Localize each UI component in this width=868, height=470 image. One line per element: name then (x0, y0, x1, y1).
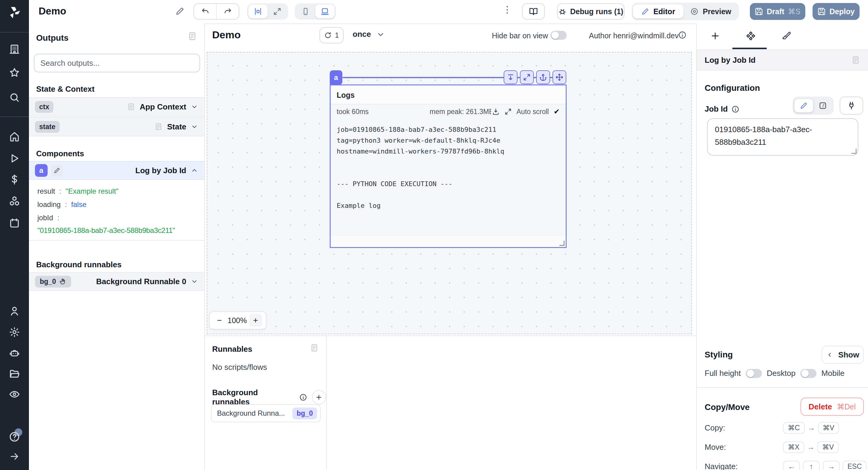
bg-runnable-row[interactable]: bg_0 Background Runnable 0 (29, 272, 204, 291)
rename-pencil-icon[interactable] (51, 165, 63, 176)
resources-icon[interactable] (0, 196, 29, 207)
info-icon[interactable] (732, 105, 739, 113)
chevron-down-icon[interactable] (190, 277, 198, 285)
input-mode-group: f (793, 96, 834, 115)
bg-badge: bg_0 (35, 276, 71, 288)
outputs-doc-icon[interactable] (187, 31, 197, 41)
refresh-button[interactable]: 1 (319, 27, 344, 43)
eval-input-function-icon[interactable]: f (814, 99, 832, 113)
expand-rail-icon[interactable] (0, 451, 29, 462)
anchor-icon[interactable] (536, 70, 550, 84)
state-row[interactable]: state State (29, 117, 204, 136)
expand-down-icon[interactable] (504, 70, 518, 84)
delete-shortcut: ⌘Del (837, 403, 856, 411)
jobid-label: Job Id (705, 105, 728, 114)
deploy-button[interactable]: Deploy (812, 3, 860, 20)
zoom-in-button[interactable]: + (249, 314, 262, 327)
bug-icon (558, 7, 567, 16)
active-tab-underline (733, 48, 767, 49)
tab-insert-plus-icon[interactable] (710, 31, 720, 41)
jobid-textarea[interactable]: 01910865-188a-bab7-a3ec-588b9ba3c211 (707, 118, 858, 156)
log-output-text[interactable]: job=01910865-188a-bab7-a3ec-588b9ba3c211… (331, 118, 566, 236)
desktop-toggle[interactable] (800, 369, 816, 378)
desktop-view-icon[interactable] (315, 4, 335, 19)
variables-icon[interactable] (0, 174, 29, 185)
chevron-down-icon[interactable] (190, 123, 198, 130)
help-icon[interactable] (0, 431, 29, 443)
arrow-right-glyph: → (807, 443, 814, 451)
home-icon[interactable] (0, 131, 29, 142)
ctx-row[interactable]: ctx App Context (29, 97, 204, 116)
connect-input-plug-button[interactable] (840, 96, 863, 115)
tab-editor[interactable]: Editor (633, 4, 684, 19)
users-icon[interactable] (0, 305, 29, 317)
search-outputs-input[interactable] (34, 54, 200, 72)
docs-book-button[interactable] (522, 3, 545, 20)
json-value-result: "Example result" (65, 187, 119, 196)
run-mode-value: once (352, 30, 371, 39)
edit-title-pencil-icon[interactable] (176, 7, 184, 16)
debug-runs-button[interactable]: Debug runs (1) (557, 3, 624, 20)
tab-component-settings-icon[interactable] (746, 31, 756, 41)
components-heading: Components (36, 149, 84, 158)
static-input-pencil-icon[interactable] (794, 98, 814, 113)
settings-gear-icon[interactable] (0, 326, 29, 338)
resize-handle[interactable] (559, 241, 564, 246)
json-key[interactable]: result (37, 187, 55, 196)
log-component[interactable]: a Logs took 60ms mem peak: 261.3MB Auto … (330, 85, 567, 248)
undo-icon[interactable] (194, 4, 217, 19)
state-label: State (167, 122, 186, 131)
info-icon[interactable] (299, 393, 307, 401)
full-height-toggle[interactable] (746, 369, 762, 378)
draft-label: Draft (767, 7, 784, 16)
tab-preview[interactable]: Preview (684, 4, 738, 19)
runs-icon[interactable] (0, 153, 29, 164)
bg-runnable-item[interactable]: Background Runna... bg_0 (211, 404, 321, 422)
app-canvas[interactable]: a Logs took 60ms mem peak: 261.3MB Auto … (207, 52, 692, 334)
kbd-cmd-x: ⌘X (783, 441, 804, 453)
more-menu-dots-icon[interactable]: ⋮ (503, 4, 512, 15)
component-a-row[interactable]: a Log by Job Id (29, 161, 204, 180)
json-key[interactable]: jobId (37, 213, 53, 222)
redo-icon[interactable] (217, 4, 239, 19)
audit-eye-icon[interactable] (0, 388, 29, 400)
show-styling-button[interactable]: Show (822, 346, 864, 364)
schedules-icon[interactable] (0, 217, 29, 229)
json-key[interactable]: loading (37, 200, 61, 209)
expand-logs-icon[interactable] (504, 108, 512, 115)
chevron-up-icon[interactable] (190, 167, 198, 174)
info-icon[interactable] (678, 31, 687, 39)
author-label: Author henri@windmill.dev (589, 31, 679, 40)
search-icon[interactable] (0, 92, 29, 103)
inspector-panel: Log by Job Id Configuration Job Id f 019… (696, 24, 868, 470)
tab-styling-brush-icon[interactable] (781, 31, 791, 40)
inspector-doc-icon[interactable] (851, 56, 860, 64)
kbd-arrow-up: ↑ (803, 461, 820, 470)
run-mode-dropdown[interactable]: once (352, 30, 385, 39)
fullscreen-icon[interactable] (520, 70, 534, 84)
component-toolbar (504, 70, 566, 84)
draft-button[interactable]: Draft ⌘S (750, 3, 805, 20)
component-selection-badge[interactable]: a (330, 70, 342, 85)
refresh-icon (324, 31, 332, 39)
hide-bar-toggle[interactable] (550, 31, 567, 40)
windmill-logo[interactable] (0, 5, 29, 20)
folders-icon[interactable] (0, 368, 29, 380)
auto-scroll-check-icon[interactable]: ✔ (554, 108, 560, 116)
mobile-view-icon[interactable] (296, 4, 315, 19)
favorites-icon[interactable] (0, 67, 29, 79)
resize-handle[interactable] (851, 149, 857, 154)
move-row-label: Move: (705, 443, 726, 452)
center-layout-icon[interactable] (248, 4, 268, 19)
auto-scroll-label[interactable]: Auto scroll (517, 108, 549, 116)
download-logs-icon[interactable] (492, 108, 500, 116)
workers-bot-icon[interactable] (0, 348, 29, 359)
zoom-out-button[interactable]: − (213, 316, 225, 325)
workspace-icon[interactable] (0, 43, 29, 55)
delete-component-button[interactable]: Delete ⌘Del (801, 398, 864, 416)
chevron-down-icon[interactable] (190, 103, 198, 111)
runnables-doc-icon[interactable] (310, 343, 319, 352)
move-icon[interactable] (553, 70, 566, 84)
fullwidth-layout-icon[interactable] (268, 4, 287, 19)
add-bg-runnable-button[interactable] (312, 390, 326, 405)
